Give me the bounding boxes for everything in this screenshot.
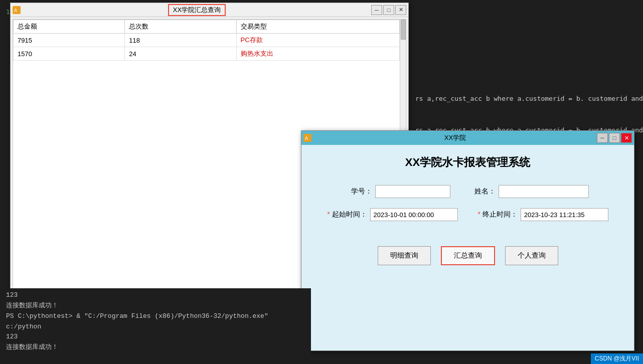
form-buttons-row: 明细查询 汇总查询 个人查询 (316, 246, 619, 265)
status-bar: CSDN @浅月VII (591, 353, 643, 364)
window1-maximize-button[interactable]: □ (383, 5, 394, 15)
row2-amount: 1570 (14, 47, 125, 61)
form-row-name-id: 学号： 姓名： (316, 185, 619, 198)
svg-text:A: A (305, 136, 308, 141)
window2-body: XX学院水卡报表管理系统 学号： 姓名： * 起始时间： (301, 145, 634, 350)
window2-close-button[interactable]: ✕ (621, 133, 632, 143)
required-star-2: * (478, 210, 480, 218)
row2-count: 24 (125, 47, 236, 61)
detail-query-button[interactable]: 明细查询 (378, 246, 431, 265)
window1-titlebar: A XX学院汇总查询 ─ □ ✕ (11, 3, 408, 17)
row1-count: 118 (125, 34, 236, 47)
window2-title: XX学院 (313, 133, 597, 142)
required-star-1: * (327, 210, 330, 218)
app-icon-2: A (303, 134, 311, 142)
terminal-line-2: 连接数据库成功！ (6, 301, 305, 311)
terminal-line-4: 123 (6, 332, 305, 342)
terminal-line-5: 连接数据库成功！ (6, 342, 305, 353)
status-text: CSDN @浅月VII (595, 355, 639, 362)
name-input[interactable] (499, 185, 589, 198)
terminal-line-1: 123 (6, 290, 305, 301)
student-id-label: 学号： (347, 187, 372, 196)
window2-maximize-button[interactable]: □ (609, 133, 620, 143)
summary-query-button[interactable]: 汇总查询 (441, 246, 495, 265)
window2-titlebar: A XX学院 ─ □ ✕ (301, 131, 634, 145)
table-row: 7915 118 PC存款 (14, 34, 400, 47)
terminal-line-3: PS C:\pythontest> & "C:/Program Files (x… (6, 311, 305, 332)
col-header-total-count: 总次数 (125, 20, 236, 34)
end-time-label: * 终止时间： (478, 210, 518, 219)
app-icon: A (13, 6, 21, 14)
system-title: XX学院水卡报表管理系统 (405, 155, 530, 170)
window1-minimize-button[interactable]: ─ (371, 5, 382, 15)
svg-text:A: A (14, 8, 17, 14)
row1-amount: 7915 (14, 34, 125, 47)
sql-line-1: rs a,rec_cust_acc b where a.customerid =… (411, 93, 643, 104)
window1-title: XX学院汇总查询 (168, 4, 226, 16)
window1-close-button[interactable]: ✕ (395, 5, 406, 15)
student-id-input[interactable] (375, 185, 450, 198)
main-system-window: A XX学院 ─ □ ✕ XX学院水卡报表管理系统 学号： 姓名： * (301, 130, 634, 351)
table-row: 1570 24 购热水支出 (14, 47, 400, 61)
col-header-total-amount: 总金额 (14, 20, 125, 34)
form-row-dates: * 起始时间： * 终止时间： (316, 208, 619, 221)
name-label: 姓名： (470, 187, 496, 196)
scrollbar-thumb[interactable] (401, 20, 406, 40)
summary-table: 总金额 总次数 交易类型 7915 118 PC存款 1570 24 购热水支出 (13, 20, 400, 61)
row2-type: 购热水支出 (236, 47, 399, 61)
start-time-input[interactable] (370, 208, 458, 221)
row1-type: PC存款 (236, 34, 399, 47)
window2-minimize-button[interactable]: ─ (597, 133, 608, 143)
terminal-output: 123 连接数据库成功！ PS C:\pythontest> & "C:/Pro… (0, 288, 311, 355)
end-time-input[interactable] (521, 208, 608, 221)
col-header-transaction-type: 交易类型 (236, 20, 399, 34)
start-time-label: * 起始时间： (327, 210, 367, 219)
personal-query-button[interactable]: 个人查询 (505, 246, 558, 265)
